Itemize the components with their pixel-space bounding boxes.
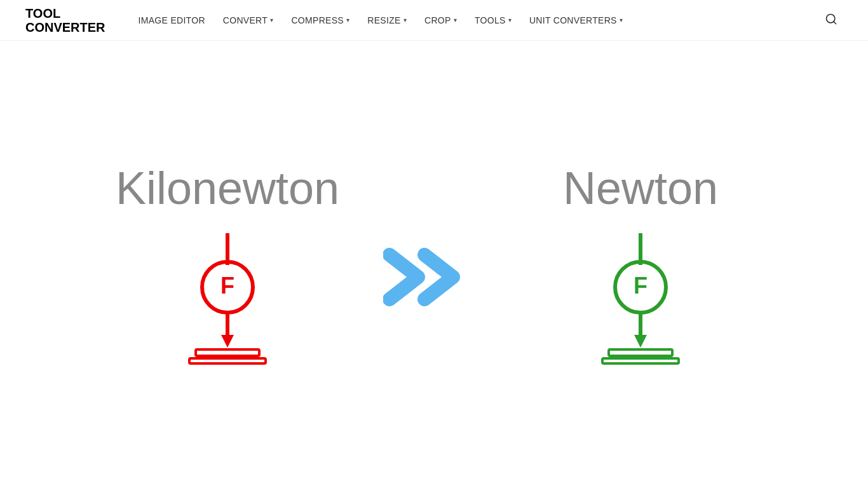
chevron-down-icon: ▾	[346, 17, 349, 24]
svg-rect-14	[609, 349, 672, 356]
nav-item-compress[interactable]: COMPRESS▾	[283, 10, 357, 30]
search-button[interactable]	[820, 8, 843, 33]
svg-line-1	[834, 21, 836, 24]
chevron-down-icon: ▾	[508, 17, 512, 24]
chevron-down-icon: ▾	[403, 17, 407, 24]
nav-item-crop[interactable]: CROP▾	[417, 10, 465, 30]
chevron-down-icon: ▾	[270, 17, 273, 24]
logo-line2: CONVERTER	[25, 20, 105, 34]
nav-item-unit-converters[interactable]: UNIT CONVERTERS▾	[522, 10, 630, 30]
nav-item-image-editor[interactable]: IMAGE EDITOR	[131, 10, 213, 30]
conversion-arrow-block	[370, 220, 498, 309]
svg-text:F: F	[634, 273, 648, 299]
svg-rect-7	[196, 349, 259, 356]
svg-marker-6	[221, 335, 234, 348]
main-content: Kilonewton F Newton	[0, 41, 868, 488]
nav-label: COMPRESS	[291, 15, 344, 25]
svg-marker-13	[634, 335, 647, 348]
kilonewton-icon: F	[164, 227, 291, 367]
to-unit-block: Newton F	[498, 162, 783, 367]
nav-label: RESIZE	[367, 15, 400, 25]
main-nav: IMAGE EDITORCONVERT▾COMPRESS▾RESIZE▾CROP…	[131, 10, 820, 30]
svg-rect-15	[602, 358, 679, 363]
nav-label: TOOLS	[475, 15, 506, 25]
nav-label: IMAGE EDITOR	[139, 15, 205, 25]
chevron-down-icon: ▾	[454, 17, 457, 24]
to-unit-title: Newton	[563, 162, 718, 214]
double-chevron-icon	[383, 245, 485, 309]
svg-rect-8	[189, 358, 266, 363]
nav-item-tools[interactable]: TOOLS▾	[467, 10, 519, 30]
logo[interactable]: TOOL CONVERTER	[25, 6, 105, 34]
nav-label: CROP	[424, 15, 451, 25]
newton-icon: F	[577, 227, 704, 367]
nav-item-resize[interactable]: RESIZE▾	[360, 10, 414, 30]
header: TOOL CONVERTER IMAGE EDITORCONVERT▾COMPR…	[0, 0, 868, 41]
svg-text:F: F	[220, 273, 234, 299]
nav-label: UNIT CONVERTERS	[529, 15, 617, 25]
logo-line1: TOOL	[25, 6, 105, 20]
nav-label: CONVERT	[223, 15, 268, 25]
from-unit-block: Kilonewton F	[85, 162, 370, 367]
nav-item-convert[interactable]: CONVERT▾	[215, 10, 281, 30]
from-unit-title: Kilonewton	[116, 162, 339, 214]
chevron-down-icon: ▾	[620, 17, 623, 24]
